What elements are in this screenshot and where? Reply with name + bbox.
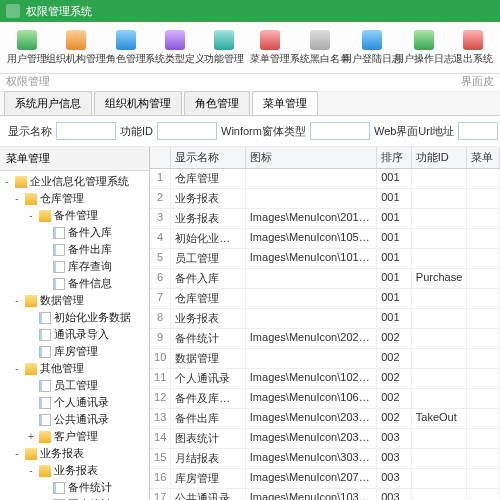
toolbar-menu-mgmt[interactable]: 菜单管理 [247,25,293,71]
tree-twisty[interactable]: - [26,465,36,476]
cell: 仓库管理 [171,169,245,188]
cell [467,369,500,388]
tree-node[interactable]: -业务报表 [0,445,149,462]
tree-node[interactable]: 初始化业务数据 [0,309,149,326]
tree-node[interactable]: -其他管理 [0,360,149,377]
toolbar-user-mgmt[interactable]: 用户管理 [4,25,50,71]
filter-name-input[interactable] [56,122,116,140]
toolbar-systype[interactable]: 系统类型定义 [149,25,201,71]
filter-winform-input[interactable] [310,122,370,140]
col-header[interactable]: 菜单 [467,147,500,168]
tab[interactable]: 菜单管理 [252,91,318,115]
tab[interactable]: 角色管理 [184,91,250,115]
cell [467,449,500,468]
cell: 5 [150,249,171,268]
cell: 数据管理 [171,349,245,368]
table-row[interactable]: 4初始化业务数据Images\MenuIcon\105.ico001 [150,229,500,249]
tree-node[interactable]: -业务报表 [0,462,149,479]
tree-twisty[interactable]: - [2,176,12,187]
tree-node[interactable]: 图表统计 [0,496,149,500]
cell: 13 [150,409,171,428]
cell: 1 [150,169,171,188]
cell [467,409,500,428]
table-row[interactable]: 5员工管理Images\MenuIcon\101.ico001 [150,249,500,269]
table-row[interactable]: 6备件入库001Purchase [150,269,500,289]
tree-twisty[interactable]: - [12,448,22,459]
toolbar-org-mgmt[interactable]: 组织机构管理 [50,25,102,71]
toolbar-op-log[interactable]: 用户操作日志 [398,25,450,71]
cell [246,289,377,308]
table-row[interactable]: 8业务报表001 [150,309,500,329]
tree-icon [39,346,51,358]
cell [412,209,467,228]
table-row[interactable]: 17公共通讯录Images\MenuIcon\103.ico003 [150,489,500,500]
table-row[interactable]: 9备件统计Images\MenuIcon\202.ico002 [150,329,500,349]
tree-node[interactable]: 备件信息 [0,275,149,292]
tree-node[interactable]: 员工管理 [0,377,149,394]
cell: 6 [150,269,171,288]
table-row[interactable]: 11个人通讯录Images\MenuIcon\102.ico002 [150,369,500,389]
tree-twisty[interactable]: - [26,210,36,221]
table-row[interactable]: 14图表统计Images\MenuIcon\203.ico003 [150,429,500,449]
tree-node[interactable]: 个人通讯录 [0,394,149,411]
cell: 15 [150,449,171,468]
cell [412,369,467,388]
cell: Images\MenuIcon\202.ico [246,329,377,348]
toolbar-login-log[interactable]: 用户登陆日志 [346,25,398,71]
tree-node[interactable]: -仓库管理 [0,190,149,207]
tree-twisty[interactable]: + [26,431,36,442]
cell: Images\MenuIcon\106.ico [246,389,377,408]
tree-node[interactable]: 备件统计 [0,479,149,496]
col-header[interactable]: 图标 [246,147,377,168]
tree-twisty[interactable]: - [12,363,22,374]
filter-url-input[interactable] [458,122,498,140]
filter-bar: 显示名称 功能ID Winform窗体类型 Web界面Url地址 [0,116,500,147]
tree-node[interactable]: -企业信息化管理系统 [0,173,149,190]
tree-icon [39,380,51,392]
col-header[interactable]: 功能ID [412,147,467,168]
tree-node[interactable]: +客户管理 [0,428,149,445]
col-header[interactable]: 排序 [377,147,412,168]
table-row[interactable]: 10数据管理002 [150,349,500,369]
table-row[interactable]: 7仓库管理001 [150,289,500,309]
filter-func-input[interactable] [157,122,217,140]
table-row[interactable]: 16库房管理Images\MenuIcon\207.ICO003 [150,469,500,489]
toolbar-label: 角色管理 [106,52,146,66]
tree-node[interactable]: -备件管理 [0,207,149,224]
col-header[interactable]: 显示名称 [171,147,245,168]
tree-node[interactable]: 库存查询 [0,258,149,275]
tree-node[interactable]: 备件入库 [0,224,149,241]
cell: 3 [150,209,171,228]
tree-twisty[interactable]: - [12,193,22,204]
table-row[interactable]: 2业务报表001 [150,189,500,209]
table-row[interactable]: 3业务报表Images\MenuIcon\201.ico001 [150,209,500,229]
cell [412,189,467,208]
cell [412,309,467,328]
tab[interactable]: 组织机构管理 [94,91,182,115]
toolbar-blacklist[interactable]: 系统黑白名单 [294,25,346,71]
cell: 员工管理 [171,249,245,268]
tree-node[interactable]: 库房管理 [0,343,149,360]
table-row[interactable]: 13备件出库Images\MenuIcon\203.ico002TakeOut [150,409,500,429]
tree-node[interactable]: -数据管理 [0,292,149,309]
toolbar-exit[interactable]: 退出系统 [450,25,496,71]
toolbar-func-mgmt[interactable]: 功能管理 [201,25,247,71]
tree-node[interactable]: 公共通讯录 [0,411,149,428]
cell [412,429,467,448]
tree-node[interactable]: 通讯录导入 [0,326,149,343]
table-row[interactable]: 1仓库管理001 [150,169,500,189]
tree-label: 备件入库 [68,225,112,240]
tree-label: 仓库管理 [40,191,84,206]
cell [412,289,467,308]
tab[interactable]: 系统用户信息 [4,91,92,115]
cell: 001 [377,269,412,288]
ribbon-left: 权限管理 [6,74,50,89]
col-header[interactable] [150,147,171,168]
toolbar-role-mgmt[interactable]: 角色管理 [102,25,148,71]
tree-twisty[interactable]: - [12,295,22,306]
table-row[interactable]: 15月结报表Images\MenuIcon\303.ico003 [150,449,500,469]
cell: 初始化业务数据 [171,229,245,248]
table-row[interactable]: 12备件及库存导入Images\MenuIcon\106.ico002 [150,389,500,409]
tree-icon [53,261,65,273]
tree-node[interactable]: 备件出库 [0,241,149,258]
